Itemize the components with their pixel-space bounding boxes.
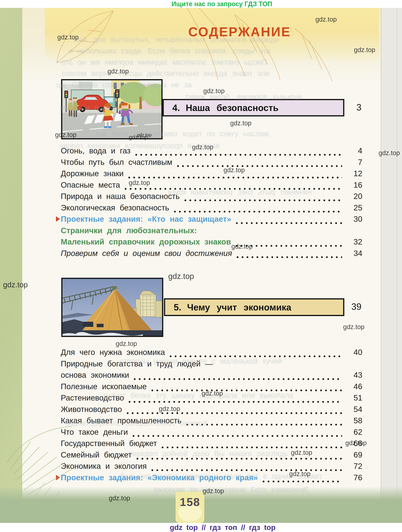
- toc-entry-page: 20: [345, 192, 362, 201]
- bleedthrough-text: стороны шишки вместе с маленькой кучей: [120, 357, 282, 365]
- toc-entry: Дорожные знаки12: [61, 169, 362, 180]
- toc-entry-label: основа экономики: [61, 370, 129, 380]
- toc-entry-page: 76: [345, 473, 362, 482]
- toc-entry-label: Для чего нужна экономика: [61, 348, 165, 357]
- bleedthrough-text: значит белка эту шишку подобрала или вык…: [103, 391, 294, 400]
- watermark-text: gdz.top: [354, 46, 375, 54]
- watermark-text: gdz.top: [203, 87, 225, 95]
- toc-entry-page: 62: [345, 427, 362, 437]
- toc-entry-page: 16: [345, 180, 362, 190]
- toc-entry: Что такое деньги62: [61, 427, 362, 439]
- watermark-text: gdz.top: [345, 439, 367, 447]
- toc-entry-page: 34: [345, 249, 362, 258]
- watermark-text: gdz.top: [343, 323, 364, 331]
- section-page-number: 3: [344, 102, 361, 113]
- toc-entry-label: Проектные задания: «Кто нас защищает»: [61, 214, 231, 224]
- dot-leader: [136, 457, 342, 460]
- toc-entry: Проверим себя и оценим свои достижения34: [61, 249, 362, 260]
- dot-leader: [128, 176, 342, 179]
- section-band-4: 4. Наша безопасность: [163, 99, 344, 116]
- bleedthrough-text: аульных дорешев, белки живут: [185, 92, 302, 101]
- watermark-text: gdz.top: [116, 340, 137, 348]
- footer-text: gdz top // гдз топ // гдз top: [170, 523, 276, 532]
- toc-entry-page: 51: [345, 393, 362, 402]
- dot-leader: [186, 424, 342, 426]
- bleedthrough-text: ной: для вытянутых, четырёхпалых отпечат…: [74, 35, 279, 44]
- dot-leader: [236, 256, 342, 258]
- book-page-number: 158: [176, 495, 204, 508]
- page-right-edge: [382, 8, 402, 500]
- toc-entry-page: 4: [345, 146, 362, 155]
- watermark-text: gdz.top: [291, 449, 312, 456]
- watermark-text: gdz.top: [129, 134, 148, 141]
- bleedthrough-text: Экономика стоЗ анимациями от экология: [154, 485, 309, 494]
- dot-leader: [133, 378, 342, 380]
- watermark-text: gdz.top: [224, 166, 245, 174]
- watermark-text: gdz.top: [201, 390, 223, 397]
- page-edge-shadow: [381, 8, 382, 500]
- toc-section-5: Для чего нужна экономика40Природные бога…: [61, 348, 362, 484]
- toc-entry: Животноводство54: [61, 405, 362, 416]
- promo-text: Ищите нас по запросу ГДЗ ТОП: [171, 0, 272, 8]
- bleedthrough-text: и небольших сзади. Если белка спешила, с…: [69, 47, 270, 55]
- toc-entry: Чтобы путь был счастливым7: [61, 158, 362, 169]
- toc-entry: Маленький справочник дорожных знаков32: [61, 237, 362, 249]
- page-scan: Ищите нас по запросу ГДЗ ТОП СОДЕРЖАНИЕ: [0, 0, 402, 532]
- bleedthrough-text: мыши и полевки: [60, 104, 123, 112]
- toc-entry-page: 40: [345, 348, 362, 357]
- watermark-text: gdz.top: [168, 272, 194, 281]
- page-number-tab: 158: [176, 492, 204, 523]
- toc-entry-label: Странички для любознательных:: [61, 226, 197, 235]
- toc-section-4: Огонь, вода и газ4Чтобы путь был счастли…: [61, 146, 362, 260]
- section-title: Чему учит экономика: [187, 302, 291, 312]
- watermark-text: gdz.top: [107, 68, 129, 75]
- toc-entry: Экономика и экология72: [61, 462, 362, 473]
- watermark-text: gdz.top: [57, 34, 79, 41]
- toc-entry-page: 72: [345, 462, 362, 471]
- toc-entry: Проектные задания: «Кто нас защищает»30: [61, 214, 362, 226]
- dot-leader: [174, 210, 342, 213]
- section-number: 4.: [172, 102, 180, 113]
- toc-entry: основа экономики43: [61, 370, 362, 382]
- dot-leader: [161, 446, 342, 449]
- toc-entry-label: Дорожные знаки: [61, 169, 124, 178]
- watermark-text: gdz.top: [231, 243, 253, 250]
- toc-entry-page: 69: [345, 450, 362, 459]
- dot-leader: [184, 199, 342, 202]
- watermark-text: gdz.top: [192, 144, 214, 151]
- toc-entry-page: 46: [345, 382, 362, 391]
- toc-entry-label: Полезные ископаемые: [61, 382, 147, 391]
- toc-entry-label: Природа и наша безопасность: [61, 192, 180, 201]
- bleedthrough-text: как лиса неторопливо ходит по снегу насл…: [96, 129, 269, 138]
- dot-leader: [177, 165, 342, 167]
- toc-entry: Экологическая безопасность25: [61, 203, 362, 215]
- toc-entry: Странички для любознательных:: [61, 226, 362, 237]
- watermark-text: gdz.top: [203, 487, 224, 495]
- dot-leader: [151, 469, 342, 471]
- section-band-5: 5. Чему учит экономика: [164, 298, 344, 316]
- bleedthrough-text: передел дойной дело Вы никого разглядь: [128, 449, 288, 458]
- illustration-sand-quarry: [61, 278, 163, 337]
- toc-entry-page: 12: [345, 169, 362, 178]
- section-number: 5.: [174, 302, 181, 312]
- toc-entry-page: 30: [345, 214, 362, 224]
- watermark-text: gdz.top: [289, 470, 311, 478]
- watermark-text: gdz.top: [159, 405, 180, 412]
- section-title: Наша безопасность: [186, 102, 278, 113]
- watermark-text: gdz.top: [378, 149, 400, 157]
- toc-entry-page: 25: [345, 203, 362, 212]
- bleedthrough-text: начинает рыть снег, разметывая круги: [168, 188, 312, 196]
- dot-leader: [132, 435, 342, 437]
- toc-entry-label: Экологическая безопасность: [61, 203, 169, 212]
- dot-leader: [262, 480, 342, 483]
- watermark-text: gdz.top: [109, 494, 130, 502]
- toc-entry-page: 43: [345, 370, 362, 380]
- bleedthrough-text: ца. Однако главная их пища не за: [57, 81, 192, 89]
- section-page-number: 39: [344, 301, 361, 312]
- page-edge-crease: [397, 8, 397, 500]
- toc-entry-page: 54: [345, 405, 362, 414]
- dot-leader: [135, 154, 342, 156]
- toc-entry-page: 7: [345, 158, 362, 167]
- toc-entry-label: Маленький справочник дорожных знаков: [61, 237, 231, 246]
- project-arrow-icon: [56, 216, 60, 222]
